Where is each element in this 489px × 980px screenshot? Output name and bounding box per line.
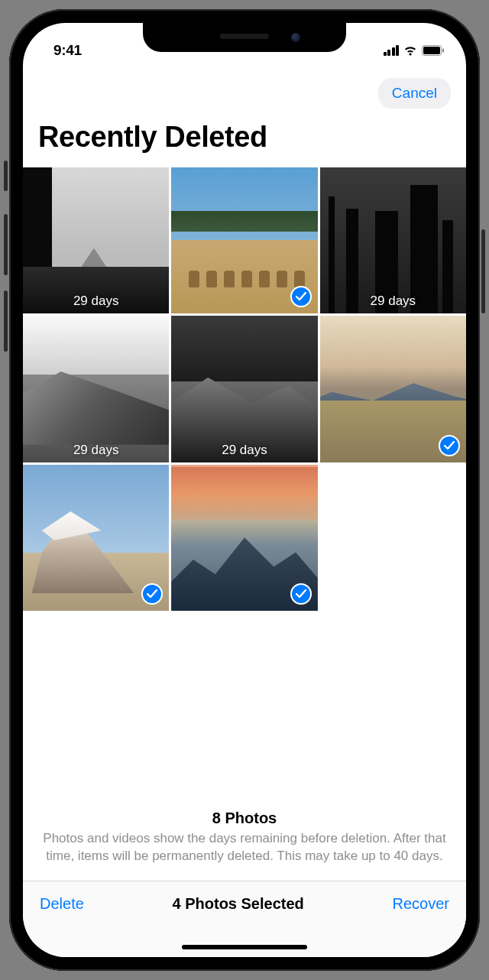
wifi-icon xyxy=(403,45,418,57)
photo-thumbnail[interactable]: 29 days xyxy=(320,167,466,313)
device-volume-down xyxy=(4,290,8,352)
speaker xyxy=(220,34,269,39)
notch xyxy=(143,23,346,52)
delete-button[interactable]: Delete xyxy=(40,895,84,913)
photo-thumbnail[interactable]: 29 days xyxy=(171,316,317,462)
photo-thumbnail[interactable] xyxy=(171,167,317,313)
info-description: Photos and videos show the days remainin… xyxy=(43,830,446,865)
device-frame: 9:41 Cancel Recently Deleted 29 days xyxy=(9,9,480,971)
photo-thumbnail[interactable]: 29 days xyxy=(23,316,169,462)
photo-thumbnail[interactable]: 29 days xyxy=(23,167,169,313)
battery-icon xyxy=(422,45,445,56)
home-indicator[interactable] xyxy=(182,945,307,949)
status-indicators xyxy=(384,45,445,57)
recover-button[interactable]: Recover xyxy=(393,895,449,913)
svg-rect-1 xyxy=(423,47,440,54)
selected-checkmark-icon xyxy=(439,435,460,456)
selected-checkmark-icon xyxy=(290,583,312,605)
front-camera xyxy=(291,33,300,42)
device-silent-switch xyxy=(4,161,8,191)
screen: 9:41 Cancel Recently Deleted 29 days xyxy=(23,23,466,957)
days-remaining-label: 29 days xyxy=(320,294,466,309)
photo-thumbnail[interactable] xyxy=(23,465,169,611)
days-remaining-label: 29 days xyxy=(23,294,169,309)
bottom-toolbar: Delete 4 Photos Selected Recover xyxy=(23,881,466,957)
page-title: Recently Deleted xyxy=(23,116,466,167)
days-remaining-label: 29 days xyxy=(23,443,169,458)
nav-bar: Cancel xyxy=(23,64,466,116)
cellular-signal-icon xyxy=(384,45,400,56)
photo-count: 8 Photos xyxy=(43,810,446,827)
photo-thumbnail[interactable] xyxy=(171,465,317,611)
info-block: 8 Photos Photos and videos show the days… xyxy=(23,810,466,879)
device-side-button xyxy=(481,229,485,313)
status-time: 9:41 xyxy=(53,42,82,59)
photo-grid: 29 days 29 days xyxy=(23,167,466,611)
cancel-button[interactable]: Cancel xyxy=(378,78,451,109)
svg-rect-2 xyxy=(442,49,444,53)
photo-thumbnail[interactable] xyxy=(320,316,466,462)
device-volume-up xyxy=(4,214,8,275)
days-remaining-label: 29 days xyxy=(171,443,317,458)
selected-checkmark-icon xyxy=(290,286,312,307)
selection-count: 4 Photos Selected xyxy=(173,895,304,913)
